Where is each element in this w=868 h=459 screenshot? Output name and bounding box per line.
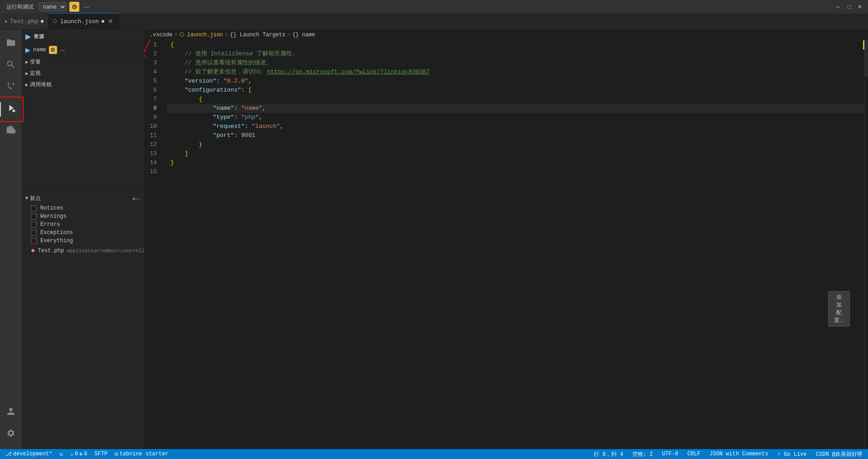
bp-everything-label: Everything: [40, 238, 73, 244]
activity-source-control[interactable]: [0, 77, 22, 98]
scrollbar-track: [863, 40, 864, 449]
activity-search[interactable]: [0, 55, 22, 77]
go-live-label: ⚡ Go Live: [777, 451, 807, 458]
status-tabnine[interactable]: ⊡ tabnine starter: [113, 451, 170, 458]
breakpoints-more-button[interactable]: ···: [136, 195, 141, 202]
tabnine-icon: ⊡: [115, 451, 118, 458]
activity-settings[interactable]: [0, 424, 22, 445]
bp-everything[interactable]: Everything: [22, 237, 144, 245]
debug-gear-button[interactable]: ⚙: [49, 46, 57, 54]
status-bar: ⎇ development* ↻ ⚠ 0 ⊗ 0 SFTP ⊡ tabnine …: [0, 449, 868, 459]
error-icon: ⊗: [79, 451, 82, 458]
status-line-col[interactable]: 行 8，列 4: [592, 450, 625, 458]
code-line-4: // 欲了解更多信息，请访问: https://go.microsoft.com…: [167, 68, 864, 77]
code-line-5: "version": "0.2.0",: [167, 77, 864, 86]
run-debug-menu[interactable]: 运行和调试: [4, 2, 36, 12]
minimap-slider: [865, 40, 868, 77]
call-stack-section-header[interactable]: ▶ 调用堆栈: [22, 79, 144, 90]
status-branch[interactable]: ⎇ development*: [4, 451, 54, 458]
status-csdn[interactable]: CSDN @欢喜就好呀: [814, 450, 864, 458]
run-panel-title: 资源: [34, 33, 44, 40]
activity-run-debug[interactable]: [0, 98, 22, 120]
variables-chevron: ▶: [25, 59, 28, 65]
line-8: 8: [144, 104, 162, 113]
debug-play-button[interactable]: ▶: [25, 46, 30, 54]
breakpoints-section-header[interactable]: ▼ 新点 + ···: [22, 193, 144, 204]
status-right: 行 8，列 4 空格: 2 UTF-8 CRLF JSON with Comme…: [592, 450, 864, 458]
debug-more-button[interactable]: ···: [60, 46, 65, 54]
code-line-8: "name": "name",: [167, 104, 864, 113]
csdn-label: CSDN @欢喜就好呀: [816, 450, 863, 458]
code-line-1: {: [167, 40, 864, 49]
add-config-button[interactable]: 添加配置...: [828, 291, 850, 327]
code-line-3: // 悬停以查看现有属性的描述。: [167, 59, 864, 68]
debug-toolbar: ▶ name ⚙ ···: [22, 44, 144, 56]
spaces-label: 空格: 2: [632, 450, 653, 458]
status-language[interactable]: JSON with Comments: [708, 451, 770, 457]
breakpoints-add-button[interactable]: +: [132, 195, 136, 202]
bp-errors-checkbox[interactable]: [31, 222, 37, 228]
code-line-11: "port": 9001: [167, 131, 864, 140]
php-icon: ●: [5, 19, 7, 24]
breadcrumb-vscode: .vscode: [150, 32, 172, 38]
activity-accounts[interactable]: [0, 402, 22, 424]
tab-test-php[interactable]: ● Test.php: [0, 13, 48, 29]
bp-notices[interactable]: Notices: [22, 204, 144, 212]
status-line-ending[interactable]: CRLF: [686, 451, 703, 457]
language-label: JSON with Comments: [709, 451, 768, 457]
code-editor: 1 2 3 4 5 6 7 8 9 10 11 12 13 14 15 {: [144, 40, 868, 449]
tab-close-button[interactable]: ✕: [107, 18, 114, 24]
bp-exceptions-checkbox[interactable]: [31, 230, 37, 236]
more-options-button[interactable]: ···: [82, 2, 91, 11]
maximize-button[interactable]: □: [844, 2, 853, 11]
variables-section-header[interactable]: ▶ 变量: [22, 56, 144, 68]
testphp-bp-item[interactable]: ● Test.php application\admin\controller …: [22, 245, 144, 257]
editor-area: .vscode > ⬡ launch.json > {} Launch Targ…: [144, 29, 868, 449]
tab-launch-json[interactable]: ⬡ launch.json ✕: [48, 13, 119, 29]
title-bar: 运行和调试 name ⚙ ··· ─ □ ✕: [0, 0, 868, 14]
bp-notices-checkbox[interactable]: [31, 205, 37, 211]
watch-section-header[interactable]: ▶ 监视: [22, 68, 144, 79]
encoding-label: UTF-8: [662, 451, 678, 457]
close-button[interactable]: ✕: [855, 2, 864, 11]
line-3: 3: [144, 59, 162, 68]
settings-icon: [6, 429, 15, 441]
main-layout: ▶ 资源 ▶ name ⚙ ··· ▶ 变量 ▶ 监视: [0, 29, 868, 449]
explorer-icon: [6, 38, 16, 51]
git-branch-icon: ⎇: [5, 451, 12, 458]
run-play-button[interactable]: ▶: [25, 32, 31, 41]
bp-exceptions[interactable]: Exceptions: [22, 229, 144, 237]
line-5: 5: [144, 77, 162, 86]
watch-chevron: ▶: [25, 71, 28, 76]
status-sync[interactable]: ↻: [58, 451, 64, 458]
sidebar: ▶ 资源 ▶ name ⚙ ··· ▶ 变量 ▶ 监视: [22, 29, 144, 449]
svg-point-2: [13, 83, 15, 84]
bp-everything-checkbox[interactable]: [31, 238, 37, 244]
run-debug-icon: [6, 103, 16, 116]
branch-name: development*: [13, 451, 52, 457]
status-sftp[interactable]: SFTP: [93, 451, 110, 457]
code-line-9: "type": "php",: [167, 113, 864, 122]
code-content[interactable]: { // 使用 IntelliSense 了解相关属性。 // 悬停以查看现有属…: [167, 40, 864, 449]
minimize-button[interactable]: ─: [834, 2, 843, 11]
svg-point-1: [8, 83, 10, 84]
bp-warnings-checkbox[interactable]: [31, 214, 37, 220]
bp-warnings[interactable]: Warnings: [22, 212, 144, 220]
status-warnings[interactable]: ⚠ 0 ⊗ 0: [68, 451, 89, 458]
run-settings-button[interactable]: ⚙: [69, 2, 79, 12]
orange-indicator: [863, 40, 864, 49]
line-10: 10: [144, 122, 162, 131]
status-go-live[interactable]: ⚡ Go Live: [776, 451, 809, 458]
code-line-15: [167, 167, 864, 176]
bp-errors[interactable]: Errors: [22, 220, 144, 229]
activity-explorer[interactable]: [0, 33, 22, 55]
status-spaces[interactable]: 空格: 2: [630, 450, 655, 458]
activity-extensions[interactable]: [0, 120, 22, 142]
debug-config-name: name: [33, 47, 46, 53]
line-col-label: 行 8，列 4: [594, 450, 623, 458]
run-config-select[interactable]: name: [39, 2, 67, 11]
warning-count: 0: [75, 451, 78, 457]
status-encoding[interactable]: UTF-8: [660, 451, 680, 457]
window-controls: ─ □ ✕: [834, 2, 864, 11]
bp-warnings-label: Warnings: [40, 213, 67, 220]
